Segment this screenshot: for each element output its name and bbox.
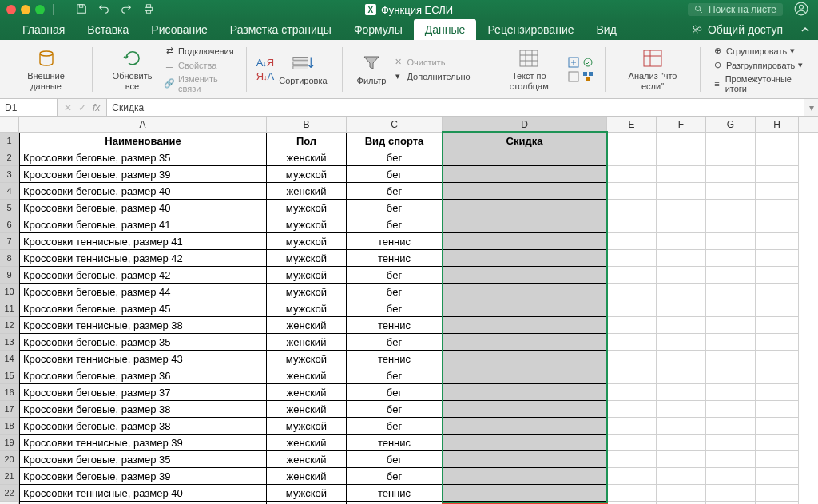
cell[interactable] (443, 485, 607, 502)
cell[interactable]: Кроссовки теннисные, размер 40 (19, 485, 267, 502)
cell[interactable]: бег (347, 284, 443, 300)
cell[interactable] (607, 317, 657, 334)
tab-review[interactable]: Рецензирование (476, 19, 585, 40)
cell[interactable] (607, 166, 657, 183)
cell[interactable]: мужской (267, 418, 347, 435)
cell[interactable]: бег (347, 200, 443, 216)
cell[interactable]: женский (267, 384, 347, 401)
cell[interactable]: Кроссовки беговые, размер 35 (19, 334, 267, 351)
save-icon[interactable] (76, 3, 87, 17)
col-header-H[interactable]: H (756, 117, 799, 132)
advanced-filter-button[interactable]: ▾Дополнительно (391, 70, 471, 83)
cell[interactable] (706, 468, 756, 485)
cell[interactable]: бег (347, 149, 443, 166)
cell[interactable]: Кроссовки беговые, размер 40 (19, 183, 267, 200)
cell[interactable] (657, 351, 706, 367)
row-header[interactable]: 21 (0, 468, 19, 485)
properties-button[interactable]: ☰Свойства (162, 59, 236, 72)
cell[interactable]: Кроссовки теннисные, размер 41 (19, 233, 267, 250)
cell[interactable]: мужской (267, 233, 347, 250)
row-header[interactable]: 10 (0, 284, 19, 300)
cell[interactable]: Кроссовки беговые, размер 36 (19, 367, 267, 384)
tab-draw[interactable]: Рисование (140, 19, 219, 40)
data-validation-button[interactable] (581, 56, 595, 69)
external-data-button[interactable]: Внешние данные (10, 46, 82, 92)
cell[interactable] (607, 216, 657, 233)
row-header[interactable]: 6 (0, 216, 19, 233)
cell[interactable]: Кроссовки теннисные, размер 42 (19, 250, 267, 267)
cell[interactable] (756, 284, 799, 300)
cell[interactable] (443, 300, 607, 317)
cell[interactable] (756, 317, 799, 334)
cell[interactable] (756, 367, 799, 384)
cell[interactable]: мужской (267, 250, 347, 267)
cell[interactable]: бег (347, 384, 443, 401)
expand-formula-bar-icon[interactable]: ▾ (804, 99, 818, 116)
cell[interactable]: бег (347, 367, 443, 384)
cell[interactable] (657, 216, 706, 233)
cell[interactable] (756, 485, 799, 502)
header-cell[interactable]: Вид спорта (347, 133, 443, 149)
sort-asc-button[interactable]: А↓Я (256, 57, 275, 69)
col-header-E[interactable]: E (607, 117, 657, 132)
cell[interactable]: мужской (267, 351, 347, 367)
filter-button[interactable]: Фильтр (352, 50, 391, 87)
cell[interactable] (607, 133, 657, 149)
flash-fill-button[interactable] (566, 56, 581, 69)
row-header[interactable]: 2 (0, 149, 19, 166)
cell[interactable] (706, 351, 756, 367)
cell[interactable] (756, 418, 799, 435)
cell[interactable]: бег (347, 334, 443, 351)
cell[interactable]: женский (267, 183, 347, 200)
cell[interactable] (443, 351, 607, 367)
consolidate-button[interactable] (581, 70, 595, 83)
cell[interactable] (706, 233, 756, 250)
cell[interactable] (443, 367, 607, 384)
cell[interactable]: женский (267, 317, 347, 334)
cell[interactable] (756, 216, 799, 233)
cell[interactable] (706, 250, 756, 267)
cell[interactable] (443, 216, 607, 233)
cell[interactable] (443, 233, 607, 250)
cell[interactable] (756, 267, 799, 284)
cell[interactable]: женский (267, 451, 347, 468)
cell[interactable] (607, 468, 657, 485)
cell[interactable] (443, 183, 607, 200)
subtotal-button[interactable]: ≡Промежуточные итоги (710, 73, 808, 94)
cell[interactable] (756, 133, 799, 149)
cell[interactable] (607, 300, 657, 317)
cell[interactable]: бег (347, 216, 443, 233)
cell[interactable] (706, 401, 756, 418)
group-button[interactable]: ⊕Сгруппировать ▾ (710, 45, 808, 58)
row-header[interactable]: 11 (0, 300, 19, 317)
col-header-A[interactable]: A (19, 117, 267, 132)
confirm-formula-icon[interactable]: ✓ (78, 102, 86, 113)
formula-input[interactable]: Скидка (107, 99, 804, 116)
cell[interactable] (756, 200, 799, 216)
cell[interactable] (443, 200, 607, 216)
cell[interactable] (756, 233, 799, 250)
cell[interactable] (706, 435, 756, 451)
cell[interactable] (657, 485, 706, 502)
cell[interactable] (756, 401, 799, 418)
cell[interactable]: Кроссовки беговые, размер 37 (19, 384, 267, 401)
cell[interactable] (657, 233, 706, 250)
cell[interactable] (607, 418, 657, 435)
cell[interactable] (657, 149, 706, 166)
cell[interactable] (443, 468, 607, 485)
cell[interactable]: теннис (347, 351, 443, 367)
cell[interactable]: женский (267, 334, 347, 351)
cell[interactable] (443, 250, 607, 267)
cell[interactable]: теннис (347, 233, 443, 250)
share-button[interactable]: Общий доступ (682, 19, 792, 40)
cell[interactable] (657, 267, 706, 284)
cell[interactable] (443, 166, 607, 183)
row-header[interactable]: 13 (0, 334, 19, 351)
tab-formulas[interactable]: Формулы (343, 19, 414, 40)
cell[interactable]: теннис (347, 250, 443, 267)
cell[interactable]: Кроссовки беговые, размер 35 (19, 451, 267, 468)
cell[interactable] (706, 284, 756, 300)
cell[interactable] (756, 384, 799, 401)
cell[interactable] (756, 250, 799, 267)
cell[interactable] (756, 435, 799, 451)
